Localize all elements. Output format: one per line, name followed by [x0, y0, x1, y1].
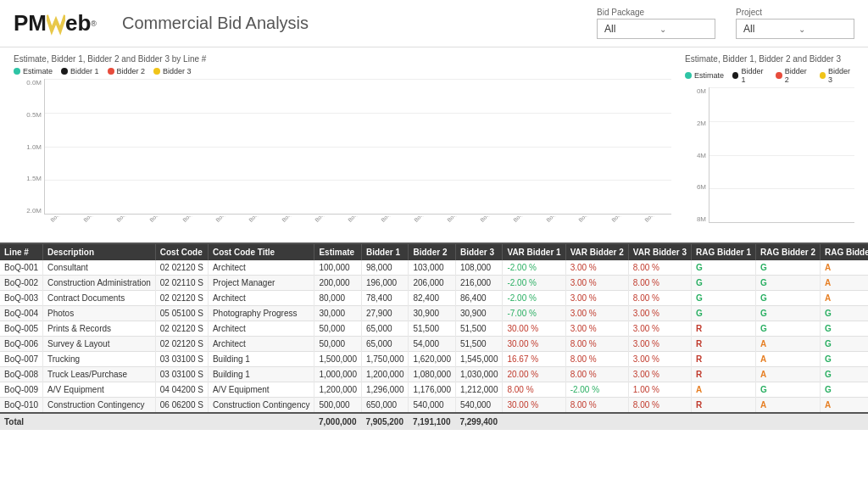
col-rag-b1: RAG Bidder 1 [691, 244, 755, 260]
cell-5-11: R [691, 337, 755, 352]
cell-6-11: R [691, 352, 755, 367]
x-label-9: BoQ-010 [347, 216, 377, 234]
x-label-6: BoQ-007 [248, 216, 278, 234]
col-var-b3: VAR Bidder 3 [628, 244, 691, 260]
right-grid-75 [709, 188, 854, 189]
footer-v3 [628, 413, 691, 430]
cell-5-5: 65,000 [361, 337, 409, 352]
cell-3-1: Photos [43, 306, 156, 321]
table-row: BoQ-006Survey & Layout02 02120 SArchitec… [0, 337, 868, 352]
cell-3-5: 27,900 [361, 306, 409, 321]
x-label-0: BoQ-001 [49, 216, 80, 234]
table-row: BoQ-009A/V Equipment04 04200 SA/V Equipm… [0, 382, 868, 398]
cell-6-1: Trucking [43, 352, 156, 367]
project-chevron-icon: ⌄ [798, 25, 847, 34]
cell-7-6: 1,080,000 [409, 367, 456, 382]
cell-9-10: 8.00 % [628, 398, 691, 414]
cell-4-9: 3.00 % [565, 321, 628, 337]
x-label-18: BoQ-019 [643, 216, 671, 234]
project-value: All [743, 23, 792, 35]
cell-8-4: 1,200,000 [314, 382, 362, 398]
cell-0-7: 108,000 [455, 260, 503, 276]
grid-line-top [45, 79, 671, 80]
cell-2-0: BoQ-003 [0, 291, 43, 306]
cell-4-6: 51,500 [409, 321, 456, 337]
table-row: BoQ-008Truck Leas/Purchase03 03100 SBuil… [0, 367, 868, 382]
footer-v1 [503, 413, 565, 430]
cell-8-3: A/V Equipment [208, 382, 314, 398]
project-select[interactable]: All ⌄ [736, 19, 854, 39]
cell-2-11: G [691, 291, 755, 306]
cell-8-2: 04 04200 S [155, 382, 208, 398]
right-chart: Estimate, Bidder 1, Bidder 2 and Bidder … [685, 54, 854, 239]
col-estimate: Estimate [314, 244, 362, 260]
col-line: Line # [0, 244, 43, 260]
footer-b3: 7,299,400 [455, 413, 503, 430]
cell-7-12: A [755, 367, 820, 382]
right-grid-50 [709, 155, 854, 156]
x-label-8: BoQ-009 [314, 216, 344, 234]
data-table: Line # Description Cost Code Cost Code T… [0, 244, 868, 430]
right-b3-dot [820, 72, 826, 79]
cell-8-6: 1,176,000 [409, 382, 456, 398]
cell-1-4: 200,000 [314, 276, 362, 291]
cell-5-0: BoQ-006 [0, 337, 43, 352]
bidder3-legend-label: Bidder 3 [163, 67, 192, 75]
cell-8-13: G [821, 382, 869, 398]
table-row: BoQ-003Contract Documents02 02120 SArchi… [0, 291, 868, 306]
cell-1-7: 216,000 [455, 276, 503, 291]
cell-0-1: Consultant [43, 260, 156, 276]
cell-8-5: 1,296,000 [361, 382, 409, 398]
col-bidder2: Bidder 2 [409, 244, 456, 260]
table-row: BoQ-004Photos05 05100 SPhotography Progr… [0, 306, 868, 321]
left-chart-grid [45, 79, 671, 214]
cell-3-10: 3.00 % [628, 306, 691, 321]
cell-1-12: G [755, 276, 820, 291]
header: PM eb ® Commercial Bid Analysis Bid Pack… [0, 0, 868, 47]
cell-5-2: 02 02120 S [155, 337, 208, 352]
col-bidder1: Bidder 1 [361, 244, 409, 260]
cell-4-7: 51,500 [455, 321, 503, 337]
cell-3-9: 3.00 % [565, 306, 628, 321]
bid-package-select[interactable]: All ⌄ [597, 19, 715, 39]
cell-5-13: G [821, 337, 869, 352]
cell-8-10: 1.00 % [628, 382, 691, 398]
cell-8-7: 1,212,000 [455, 382, 503, 398]
cell-3-2: 05 05100 S [155, 306, 208, 321]
cell-4-5: 65,000 [361, 321, 409, 337]
table-wrap: Line # Description Cost Code Cost Code T… [0, 242, 868, 451]
cell-3-3: Photography Progress [208, 306, 314, 321]
cell-5-12: A [755, 337, 820, 352]
right-chart-title: Estimate, Bidder 1, Bidder 2 and Bidder … [685, 54, 854, 64]
cell-4-11: R [691, 321, 755, 337]
left-yaxis: 2.0M 1.5M 1.0M 0.5M 0.0M [14, 79, 44, 215]
estimate-legend-label: Estimate [23, 67, 53, 75]
cell-0-10: 8.00 % [628, 260, 691, 276]
cell-2-1: Contract Documents [43, 291, 156, 306]
right-b2-label: Bidder 2 [785, 67, 811, 84]
x-label-14: BoQ-015 [512, 216, 542, 234]
cell-1-1: Construction Administration [43, 276, 156, 291]
cell-0-0: BoQ-001 [0, 260, 43, 276]
logo-reg: ® [91, 20, 97, 28]
grid-line-75 [45, 180, 671, 181]
bid-package-label: Bid Package [597, 8, 715, 17]
cell-9-1: Construction Contingency [43, 398, 156, 414]
cell-9-0: BoQ-010 [0, 398, 43, 414]
table-row: BoQ-001Consultant02 02120 SArchitect100,… [0, 260, 868, 276]
cell-8-0: BoQ-009 [0, 382, 43, 398]
cell-2-6: 82,400 [409, 291, 456, 306]
cell-5-9: 8.00 % [565, 337, 628, 352]
bidder3-legend-dot [153, 68, 160, 75]
cell-7-3: Building 1 [208, 367, 314, 382]
left-chart: Estimate, Bidder 1, Bidder 2 and Bidder … [14, 54, 671, 239]
legend-bidder3: Bidder 3 [153, 67, 192, 75]
x-label-16: BoQ-017 [577, 216, 608, 234]
cell-6-3: Building 1 [208, 352, 314, 367]
grid-line-25 [45, 113, 671, 114]
footer-c3 [155, 413, 208, 430]
cell-9-2: 06 06200 S [155, 398, 208, 414]
logo-w-icon [47, 12, 65, 36]
cell-0-6: 103,000 [409, 260, 456, 276]
cell-1-9: 3.00 % [565, 276, 628, 291]
